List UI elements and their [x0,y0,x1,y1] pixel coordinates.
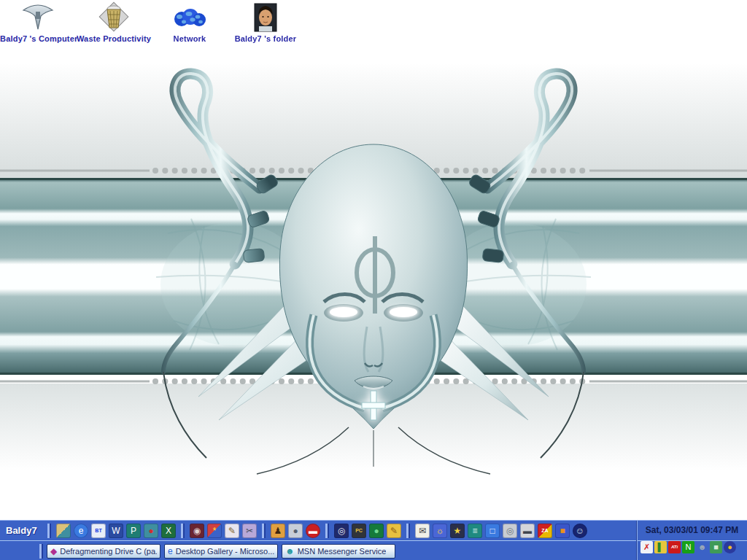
user-portrait-icon [228,1,303,32]
desktop-icons: Baldy7 's Computer Waste Productivity [0,0,379,51]
word-icon[interactable]: W [109,524,123,538]
excel-icon[interactable]: X [161,524,176,538]
desktop-icon-recycle-bin[interactable]: Waste Productivity [76,1,152,43]
no-entry-icon[interactable]: ▬ [306,524,320,538]
messenger-status-icon[interactable]: ☻ [696,541,708,553]
toolbar-grip[interactable] [405,524,411,538]
art-tools-icon[interactable]: ✂ [242,524,257,538]
taskbar-row-top: Baldy7 eBTWP●X◉*✎✂♟●▬◎PC●✎✉☼★≡□◎▬ZA■☺ [0,521,747,540]
desktop-icon-label: Waste Productivity [76,34,152,43]
desktop-icon-label: Baldy7 's Computer [0,34,76,43]
volume-mixer-icon[interactable]: ▌ [654,541,667,553]
desktop-icon-my-computer[interactable]: Baldy7 's Computer [0,1,76,43]
desktop-icon-label: Baldy7 's folder [228,34,303,43]
display-settings-icon[interactable]: ★ [450,524,465,538]
system-tray: Sat, 03/03/01 09:47 PM ✗▌ATiN☻■● [636,521,747,560]
task-buttons: ◆Defragmenting Drive C (pa...eDesktop Ga… [47,541,399,560]
quick-launch-bar: eBTWP●X◉*✎✂♟●▬◎PC●✎✉☼★≡□◎▬ZA■☺ [44,521,589,540]
tray-icons: ✗▌ATiN☻■● [637,539,747,555]
task-defrag[interactable]: ◆Defragmenting Drive C (pa... [47,544,160,559]
pc-game-icon[interactable]: PC [352,524,366,538]
computer-display-icon[interactable]: ■ [555,524,570,538]
scheduled-tasks-icon[interactable]: ✗ [640,541,653,553]
task-button-label: Desktop Gallery - Microso... [176,547,274,556]
network-icon [152,1,228,32]
toolbar-grip[interactable] [260,524,267,538]
defrag-icon: ◆ [50,546,57,556]
network-monitors-icon[interactable]: ■ [710,541,722,553]
paint-cup-icon[interactable]: ✎ [225,524,239,538]
msn-chat-icon[interactable]: ☺ [573,524,587,538]
task-msn-messenger[interactable]: ☻MSN Messenger Service [282,544,395,559]
start-button[interactable]: Baldy7 [0,525,44,536]
system-config-icon[interactable]: ☼ [433,524,447,538]
game-character-icon[interactable]: ♟ [271,524,285,538]
globe-sphere-icon[interactable]: ● [288,524,303,538]
mail-compose-icon[interactable]: ✉ [415,524,430,538]
media-player-icon[interactable]: ● [144,524,158,538]
ati-control-icon[interactable]: ATi [668,541,681,553]
bt-internet-icon[interactable]: BT [91,524,106,538]
graphics-pen-icon[interactable]: ✎ [387,524,401,538]
task-button-label: Defragmenting Drive C (pa... [60,547,157,556]
internet-explorer-icon[interactable]: e [74,524,88,538]
online-globe-icon[interactable]: ● [369,524,384,538]
toolbar-grip[interactable] [179,524,186,538]
dvd-player-icon[interactable]: ◎ [334,524,349,538]
show-desktop-icon[interactable] [56,524,71,538]
taskbar-row-tasks: ◆Defragmenting Drive C (pa...eDesktop Ga… [0,540,747,560]
toolbar-grip[interactable] [38,544,44,559]
address-book-icon[interactable]: □ [485,524,500,538]
toolbar-grip[interactable] [46,524,53,538]
image-viewer-icon[interactable]: ◉ [190,524,204,538]
cd-rom-icon[interactable]: ◎ [503,524,517,538]
desktop-icon-user-folder[interactable]: Baldy7 's folder [228,1,303,43]
internet-explorer-icon: e [168,546,173,556]
windows-update-icon[interactable]: ● [724,541,736,553]
wallpaper-cyborg-art [0,0,747,560]
desktop: Baldy7 's Computer Waste Productivity [0,0,747,560]
taskbar: Baldy7 eBTWP●X◉*✎✂♟●▬◎PC●✎✉☼★≡□◎▬ZA■☺ ◆D… [0,520,747,560]
taskbar-clock[interactable]: Sat, 03/03/01 09:47 PM [637,521,747,539]
printer-icon[interactable]: ▬ [520,524,535,538]
desktop-icon-network[interactable]: Network [152,1,228,43]
zonealarm-icon[interactable]: ZA [538,524,552,538]
task-button-label: MSN Messenger Service [298,547,387,556]
publisher-icon[interactable]: P [126,524,141,538]
my-computer-icon [0,1,76,32]
corel-photopaint-icon[interactable]: * [207,524,222,538]
task-desktop-gallery[interactable]: eDesktop Gallery - Microso... [164,544,278,559]
recycle-bin-icon [76,1,152,32]
norton-icon[interactable]: N [682,541,694,553]
calculator-icon[interactable]: ≡ [468,524,482,538]
msn-messenger-icon: ☻ [285,546,295,556]
desktop-icon-label: Network [152,34,228,43]
toolbar-grip[interactable] [324,524,330,538]
